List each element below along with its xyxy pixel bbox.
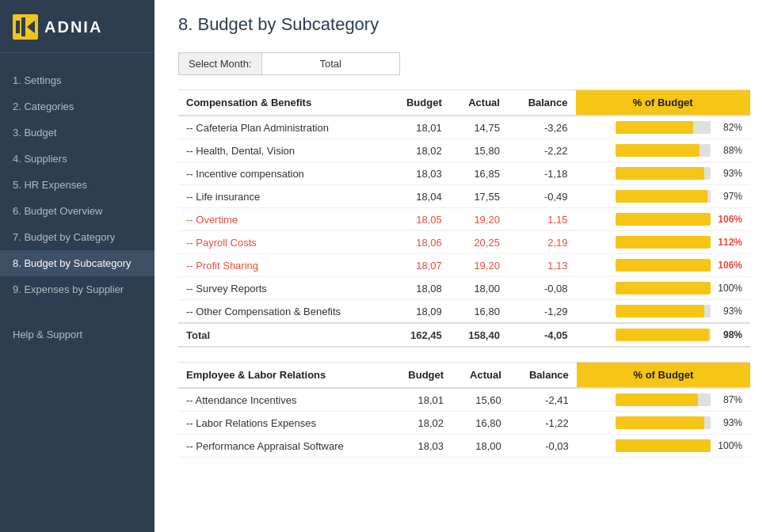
sidebar-item-budget[interactable]: 3. Budget [0, 120, 154, 146]
total-actual: 158,40 [450, 323, 508, 347]
table-row: -- Other Compensation & Benefits18,0916,… [178, 300, 750, 324]
sidebar-item-budget-by-category[interactable]: 7. Budget by Category [0, 224, 154, 250]
table-row: -- Survey Reports18,0818,00-0,08100% [178, 277, 750, 300]
svg-rect-0 [16, 21, 20, 33]
table-row: -- Life insurance18,0417,55-0,4997% [178, 185, 750, 208]
table-row: -- Performance Appraisal Software18,0318… [178, 435, 750, 458]
table2-header-row: Employee & Labor Relations Budget Actual… [178, 363, 750, 389]
row-name: -- Performance Appraisal Software [178, 435, 389, 458]
pct-bar-cell: 87% [577, 388, 750, 412]
total-row: Total162,45158,40-4,0598% [178, 323, 750, 347]
row-balance: -1,22 [509, 412, 577, 435]
col-balance: Balance [508, 90, 576, 116]
sidebar-item-expenses-by-supplier[interactable]: 9. Expenses by Supplier [0, 276, 154, 302]
pct-label: 93% [715, 417, 742, 428]
table-row: -- Incentive compensation18,0316,85-1,18… [178, 162, 750, 185]
sidebar: ADNIA 1. Settings 2. Categories 3. Budge… [0, 0, 154, 532]
pct-bar-cell: 100% [576, 277, 750, 300]
row-budget: 18,09 [387, 300, 449, 324]
row-actual: 15,80 [450, 139, 508, 162]
row-name: -- Life insurance [178, 185, 387, 208]
row-budget: 18,04 [387, 185, 449, 208]
sidebar-item-settings[interactable]: 1. Settings [0, 67, 154, 93]
row-budget: 18,02 [389, 412, 452, 435]
table-row: -- Health, Dental, Vision18,0215,80-2,22… [178, 139, 750, 162]
pct-label: 106% [715, 260, 742, 271]
logo-area: ADNIA [0, 0, 154, 53]
row-actual: 18,00 [450, 277, 508, 300]
col2-category: Employee & Labor Relations [178, 363, 389, 389]
sidebar-item-budget-overview[interactable]: 6. Budget Overview [0, 198, 154, 224]
col-pct: % of Budget [576, 90, 750, 116]
row-budget: 18,02 [387, 139, 449, 162]
table-compensation: Compensation & Benefits Budget Actual Ba… [178, 89, 750, 348]
total-balance: -4,05 [508, 323, 576, 347]
row-balance: -1,29 [508, 300, 576, 324]
row-balance: 2,19 [508, 231, 576, 254]
pct-bar-cell: 106% [576, 254, 750, 277]
row-budget: 18,01 [387, 116, 449, 139]
table-row: -- Cafeteria Plan Administration18,0114,… [178, 116, 750, 139]
pct-label: 93% [715, 306, 742, 317]
row-name: -- Overtime [178, 208, 387, 231]
table-row: -- Overtime18,0519,201,15106% [178, 208, 750, 231]
pct-label: 112% [715, 237, 742, 248]
row-name: -- Profit Sharing [178, 254, 387, 277]
sidebar-item-help[interactable]: Help & Support [0, 321, 154, 348]
row-balance: -0,03 [509, 435, 577, 458]
table-row: -- Profit Sharing18,0719,201,13106% [178, 254, 750, 277]
table-employee: Employee & Labor Relations Budget Actual… [178, 362, 750, 458]
row-budget: 18,08 [387, 277, 449, 300]
col2-pct: % of Budget [577, 363, 750, 389]
row-balance: -1,18 [508, 162, 576, 185]
row-budget: 18,01 [389, 388, 452, 412]
month-selector-value: Total [262, 53, 400, 74]
row-balance: -0,08 [508, 277, 576, 300]
pct-label: 87% [715, 394, 742, 405]
row-balance: -2,22 [508, 139, 576, 162]
svg-rect-1 [21, 17, 25, 36]
pct-label: 93% [715, 168, 742, 179]
employee-table: Employee & Labor Relations Budget Actual… [178, 362, 750, 458]
row-name: -- Health, Dental, Vision [178, 139, 387, 162]
col2-budget: Budget [389, 363, 452, 389]
month-selector[interactable]: Select Month: Total [178, 52, 400, 75]
row-actual: 16,80 [452, 412, 509, 435]
pct-bar-cell: 93% [577, 412, 750, 435]
pct-bar-cell: 100% [577, 435, 750, 458]
total-budget: 162,45 [387, 323, 449, 347]
pct-label: 98% [715, 329, 742, 340]
pct-label: 97% [715, 191, 742, 202]
row-actual: 19,20 [450, 208, 508, 231]
row-budget: 18,03 [389, 435, 452, 458]
total-label: Total [178, 323, 387, 347]
sidebar-item-categories[interactable]: 2. Categories [0, 93, 154, 120]
svg-marker-2 [27, 21, 35, 33]
sidebar-item-hr-expenses[interactable]: 5. HR Expenses [0, 172, 154, 198]
page-title: 8. Budget by Subcategory [178, 14, 750, 35]
pct-bar-cell: 93% [576, 162, 750, 185]
compensation-table: Compensation & Benefits Budget Actual Ba… [178, 89, 750, 348]
row-name: -- Incentive compensation [178, 162, 387, 185]
col2-actual: Actual [452, 363, 509, 389]
row-actual: 17,55 [450, 185, 508, 208]
row-budget: 18,06 [387, 231, 449, 254]
month-selector-label: Select Month: [179, 53, 262, 74]
row-actual: 16,85 [450, 162, 508, 185]
row-actual: 20,25 [450, 231, 508, 254]
row-name: -- Attendance Incentives [178, 388, 389, 412]
page-header: 8. Budget by Subcategory [154, 0, 774, 43]
sidebar-item-suppliers[interactable]: 4. Suppliers [0, 146, 154, 172]
row-actual: 15,60 [452, 388, 509, 412]
pct-label: 100% [715, 440, 742, 451]
pct-bar-cell: 93% [576, 300, 750, 324]
row-actual: 19,20 [450, 254, 508, 277]
col-category: Compensation & Benefits [178, 90, 387, 116]
main-content: 8. Budget by Subcategory Select Month: T… [154, 0, 774, 532]
pct-bar-cell: 88% [576, 139, 750, 162]
pct-label: 100% [715, 283, 742, 294]
row-balance: 1,13 [508, 254, 576, 277]
col-actual: Actual [450, 90, 508, 116]
sidebar-item-budget-by-subcategory[interactable]: 8. Budget by Subcategory [0, 250, 154, 276]
table-header-row: Compensation & Benefits Budget Actual Ba… [178, 90, 750, 116]
